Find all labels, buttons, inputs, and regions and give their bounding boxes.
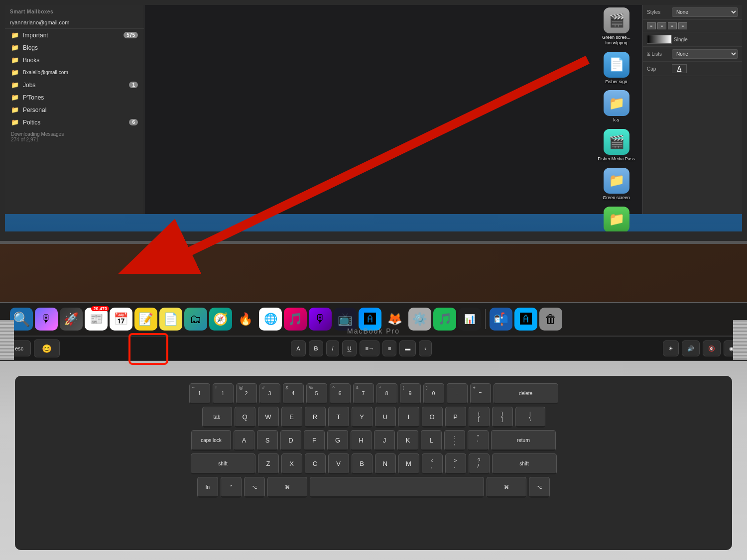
key-0[interactable]: )0: [423, 383, 444, 404]
desktop-icon-fisher-media[interactable]: 🎬 Fisher Media Pass: [593, 129, 640, 162]
touch-bar-U[interactable]: U: [342, 340, 357, 356]
desktop-icon-greenscreen[interactable]: 🎬 Green scree...fun.wfpproj: [593, 7, 640, 46]
folder-poltics[interactable]: 📁 Poltics 6: [5, 116, 144, 128]
key-2[interactable]: @2: [236, 383, 257, 404]
dock-firefox-alt[interactable]: 🔥: [234, 308, 257, 331]
align-icon-4[interactable]: ≡: [678, 22, 687, 29]
key-return[interactable]: return: [491, 430, 556, 451]
key-E[interactable]: E: [281, 407, 302, 428]
key-N[interactable]: N: [375, 453, 396, 474]
key-fn[interactable]: fn: [197, 477, 218, 498]
folder-jobs[interactable]: 📁 Jobs 1: [5, 79, 144, 91]
folder-ptones[interactable]: 📁 P'Tones: [5, 91, 144, 104]
folder-blogs[interactable]: 📁 Blogs: [5, 41, 144, 54]
align-icon-2[interactable]: ≡: [657, 22, 666, 29]
key-ctrl[interactable]: ⌃: [221, 477, 242, 498]
desktop-icon-business-insider[interactable]: 📁 Business Insider: [593, 207, 640, 231]
align-icon-3[interactable]: ≡: [668, 22, 677, 29]
key-cmd-left[interactable]: ⌘: [267, 477, 307, 498]
key-delete[interactable]: delete: [494, 383, 558, 404]
dock-mail[interactable]: 📬: [490, 308, 512, 331]
key-F[interactable]: F: [304, 430, 325, 451]
touch-bar-mute[interactable]: 🔇: [703, 340, 721, 356]
dock-calendar[interactable]: 📅: [110, 308, 132, 331]
styles-dropdown[interactable]: None: [672, 7, 738, 17]
key-S[interactable]: S: [257, 430, 278, 451]
key-8[interactable]: *8: [376, 383, 397, 404]
key-capslock[interactable]: caps lock: [191, 430, 231, 451]
key-9[interactable]: (9: [400, 383, 421, 404]
key-B[interactable]: B: [352, 453, 373, 474]
dock-spotify[interactable]: 🎵: [433, 308, 456, 331]
key-cmd-right[interactable]: ⌘: [487, 477, 526, 498]
touch-bar-brightness[interactable]: ☀: [663, 340, 679, 356]
dock-safari[interactable]: 🧭: [209, 308, 232, 331]
dock-launchpad[interactable]: 🚀: [60, 308, 83, 331]
key-pipe[interactable]: |\: [515, 407, 545, 428]
touch-bar-indent[interactable]: ▬: [399, 340, 416, 356]
dock-prefs[interactable]: ⚙️: [408, 308, 431, 331]
dock-news[interactable]: 📰 20,470: [85, 308, 108, 331]
key-P[interactable]: P: [445, 407, 466, 428]
align-icon-1[interactable]: ≡: [647, 22, 656, 29]
key-Y[interactable]: Y: [352, 407, 373, 428]
key-6[interactable]: ^6: [330, 383, 351, 404]
touch-bar-list[interactable]: ≡: [382, 340, 396, 356]
key-Q[interactable]: Q: [235, 407, 255, 428]
key-W[interactable]: W: [258, 407, 279, 428]
key-tilde[interactable]: ~1: [189, 383, 210, 404]
key-option-right[interactable]: ⌥: [529, 477, 550, 498]
key-gt[interactable]: >.: [445, 453, 466, 474]
key-4[interactable]: $4: [283, 383, 304, 404]
key-space[interactable]: [310, 477, 484, 498]
dock-podcasts[interactable]: 🎙: [309, 308, 332, 331]
key-I[interactable]: I: [398, 407, 419, 428]
desktop-icon-fisher-sign[interactable]: 📄 Fisher sign: [593, 52, 640, 85]
key-R[interactable]: R: [305, 407, 326, 428]
key-quote[interactable]: "': [468, 430, 489, 451]
dock-stats[interactable]: 📊: [458, 308, 481, 331]
key-C[interactable]: C: [305, 453, 326, 474]
dock-chrome[interactable]: 🌐: [259, 308, 282, 331]
key-V[interactable]: V: [328, 453, 349, 474]
touch-bar-emoji-btn[interactable]: 😊: [34, 339, 60, 357]
folder-personal[interactable]: 📁 Personal: [5, 104, 144, 116]
dock-siri[interactable]: 🎙: [35, 308, 58, 331]
key-Z[interactable]: Z: [258, 453, 279, 474]
folder-bxaiello[interactable]: 📁 Bxaiello@gmail.com: [5, 66, 144, 79]
key-5[interactable]: %5: [306, 383, 327, 404]
touch-bar-B[interactable]: B: [309, 340, 324, 356]
key-colon[interactable]: :;: [444, 430, 465, 451]
touch-bar-A[interactable]: A: [291, 340, 305, 356]
dock-files[interactable]: 🗂: [184, 308, 207, 331]
key-1[interactable]: !1: [213, 383, 234, 404]
key-7[interactable]: &7: [353, 383, 374, 404]
dock-music[interactable]: 🎵: [284, 308, 307, 331]
folder-important[interactable]: 📁 Important 575: [5, 29, 144, 41]
key-H[interactable]: H: [351, 430, 372, 451]
key-shift-left[interactable]: shift: [191, 453, 255, 474]
touch-bar-align[interactable]: ≡→: [360, 340, 379, 356]
folder-books[interactable]: 📁 Books: [5, 54, 144, 66]
key-shift-right[interactable]: shift: [492, 453, 557, 474]
desktop-icon-ks[interactable]: 📁 k-s: [593, 90, 640, 123]
key-3[interactable]: #3: [259, 383, 280, 404]
desktop-icon-green-screen[interactable]: 📁 Green screen: [593, 168, 640, 201]
dock-notes[interactable]: 📄: [159, 308, 182, 331]
touch-bar-volume[interactable]: 🔊: [682, 340, 700, 356]
key-O[interactable]: O: [422, 407, 443, 428]
lists-dropdown[interactable]: None: [672, 49, 738, 59]
key-plus[interactable]: +=: [470, 383, 491, 404]
key-tab[interactable]: tab: [202, 407, 232, 428]
key-D[interactable]: D: [280, 430, 301, 451]
key-X[interactable]: X: [281, 453, 302, 474]
key-L[interactable]: L: [421, 430, 442, 451]
key-M[interactable]: M: [398, 453, 419, 474]
dock-stickies[interactable]: 📝: [134, 308, 157, 331]
key-lbrace[interactable]: {[: [469, 407, 490, 428]
key-J[interactable]: J: [374, 430, 395, 451]
key-option-left[interactable]: ⌥: [244, 477, 265, 498]
key-minus[interactable]: —-: [447, 383, 468, 404]
key-T[interactable]: T: [328, 407, 349, 428]
dock-appstore2[interactable]: 🅰: [514, 308, 537, 331]
